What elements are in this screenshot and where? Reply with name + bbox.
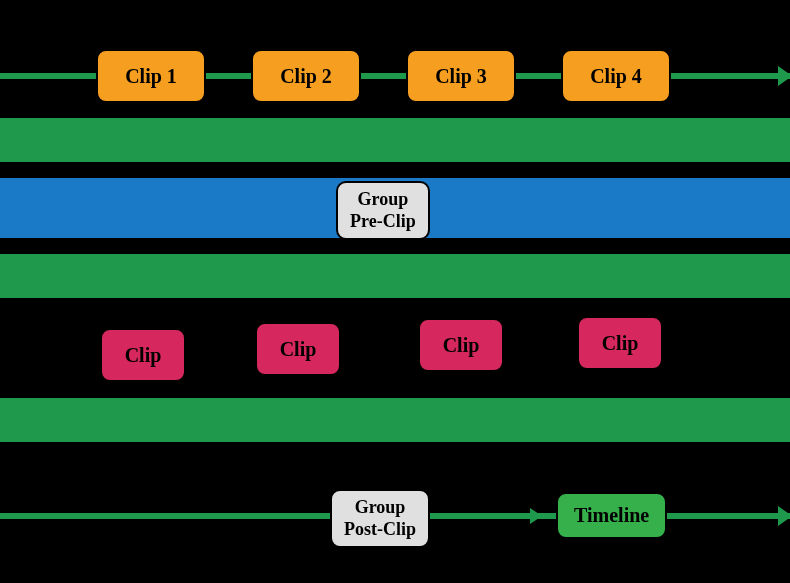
clip-box-3: Clip 3 — [406, 49, 516, 103]
green-band-2 — [0, 254, 790, 298]
arrow-to-timeline-icon — [530, 508, 542, 524]
group-pre-clip-label: Group Pre-Clip — [350, 189, 416, 232]
clip-label: Clip — [602, 332, 639, 355]
clip-box-2: Clip 2 — [251, 49, 361, 103]
clip-box-1: Clip 1 — [96, 49, 206, 103]
clip-label: Clip — [280, 338, 317, 361]
clip-label: Clip — [125, 344, 162, 367]
green-band-3 — [0, 398, 790, 442]
clip-label: Clip 1 — [125, 65, 177, 88]
timeline-box: Timeline — [556, 492, 667, 539]
clip-label: Clip 2 — [280, 65, 332, 88]
clip-label: Clip — [443, 334, 480, 357]
clip-mid-1: Clip — [100, 328, 186, 382]
clip-mid-3: Clip — [418, 318, 504, 372]
clip-mid-2: Clip — [255, 322, 341, 376]
green-band-1 — [0, 118, 790, 162]
timeline-label: Timeline — [574, 504, 649, 527]
clip-label: Clip 4 — [590, 65, 642, 88]
clip-label: Clip 3 — [435, 65, 487, 88]
group-pre-clip-box: Group Pre-Clip — [336, 181, 430, 240]
group-post-clip-box: Group Post-Clip — [330, 489, 430, 548]
group-post-clip-label: Group Post-Clip — [344, 497, 416, 540]
clip-mid-4: Clip — [577, 316, 663, 370]
clip-box-4: Clip 4 — [561, 49, 671, 103]
